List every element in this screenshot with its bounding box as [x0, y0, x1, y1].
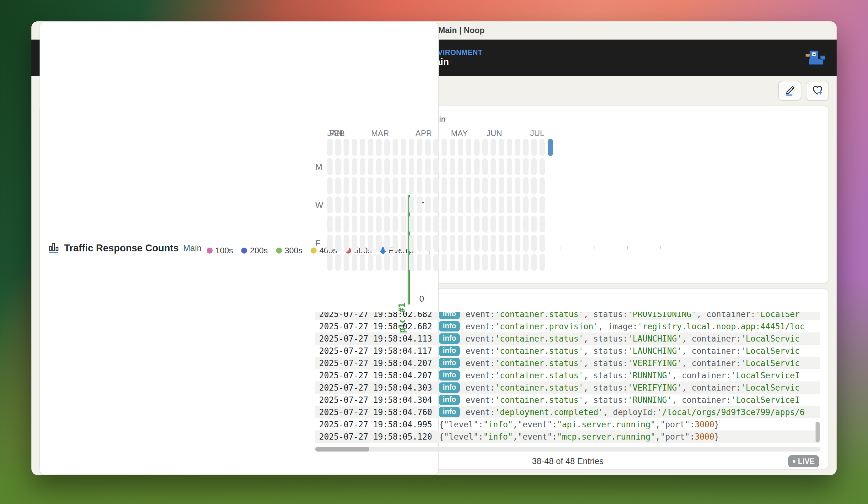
heatmap-cell[interactable]: [343, 235, 349, 252]
heatmap-cell[interactable]: [343, 215, 349, 232]
heatmap-cell[interactable]: [393, 215, 398, 232]
heatmap-cell[interactable]: [507, 139, 512, 156]
heatmap-cell[interactable]: [458, 215, 463, 232]
heatmap-cell[interactable]: [327, 177, 333, 194]
heatmap-cell[interactable]: [352, 235, 357, 252]
heatmap-cell[interactable]: [539, 177, 545, 194]
heatmap-cell[interactable]: [466, 158, 471, 175]
heatmap-cell[interactable]: [474, 177, 479, 194]
heatmap-cell[interactable]: [482, 196, 488, 213]
heatmap-cell[interactable]: [466, 235, 471, 252]
heatmap-cell[interactable]: [327, 254, 333, 271]
heatmap-cell[interactable]: [531, 196, 537, 213]
heatmap-cell[interactable]: [384, 215, 390, 232]
heatmap-cell[interactable]: [376, 196, 382, 213]
heatmap-cell[interactable]: [360, 158, 365, 175]
heatmap-cell[interactable]: [425, 235, 431, 252]
heatmap-cell[interactable]: [352, 254, 357, 271]
heatmap-cell[interactable]: [507, 215, 512, 232]
heatmap-cell[interactable]: [393, 235, 398, 252]
heatmap-cell[interactable]: [442, 196, 447, 213]
heatmap-cell[interactable]: [417, 215, 422, 232]
heatmap-cell[interactable]: [482, 215, 488, 232]
heatmap-cell[interactable]: [433, 254, 439, 271]
heatmap-cell[interactable]: [482, 235, 488, 252]
heatmap-cell[interactable]: [490, 215, 496, 232]
heatmap-cell[interactable]: [417, 177, 422, 194]
heatmap-cell[interactable]: [409, 196, 414, 213]
favorite-button[interactable]: [806, 81, 829, 101]
heatmap-cell[interactable]: [515, 196, 520, 213]
heatmap-cell[interactable]: [466, 254, 471, 271]
heatmap-cell[interactable]: [409, 254, 414, 271]
heatmap-cell[interactable]: [515, 254, 520, 271]
heatmap-cell[interactable]: [409, 139, 414, 156]
heatmap-cell[interactable]: [539, 196, 545, 213]
horizontal-scrollbar-thumb[interactable]: [315, 447, 369, 452]
heatmap-cell[interactable]: [335, 235, 341, 252]
heatmap-cell[interactable]: [450, 139, 455, 156]
heatmap-cell[interactable]: [531, 158, 537, 175]
heatmap-cell[interactable]: [482, 254, 488, 271]
heatmap-cell[interactable]: [327, 215, 333, 232]
heatmap-cell[interactable]: [482, 158, 488, 175]
heatmap-cell[interactable]: [425, 158, 431, 175]
heatmap-cell[interactable]: [425, 215, 431, 232]
heatmap-cell[interactable]: [539, 139, 545, 156]
heatmap-cell[interactable]: [384, 235, 390, 252]
heatmap-cell[interactable]: [490, 196, 496, 213]
heatmap-cell[interactable]: [368, 196, 373, 213]
heatmap-cell[interactable]: [507, 235, 512, 252]
heatmap-cell[interactable]: [531, 177, 537, 194]
heatmap-cell[interactable]: [335, 139, 341, 156]
live-toggle[interactable]: LIVE: [788, 455, 819, 467]
heatmap-cell[interactable]: [482, 139, 488, 156]
heatmap-cell[interactable]: [450, 196, 455, 213]
heatmap-cell[interactable]: [327, 235, 333, 252]
heatmap-cell[interactable]: [409, 235, 414, 252]
heatmap-cell[interactable]: [384, 196, 390, 213]
vertical-scrollbar-thumb[interactable]: [816, 422, 820, 442]
heatmap-cell[interactable]: [523, 196, 528, 213]
heatmap-cell[interactable]: [376, 254, 382, 271]
heatmap-cell[interactable]: [401, 139, 406, 156]
heatmap-cell[interactable]: [376, 177, 382, 194]
heatmap-cell[interactable]: [515, 215, 520, 232]
heatmap-cell[interactable]: [442, 139, 447, 156]
heatmap-cell[interactable]: [425, 139, 431, 156]
heatmap-cell[interactable]: [433, 177, 439, 194]
heatmap-cell[interactable]: [368, 215, 373, 232]
heatmap-cell[interactable]: [442, 235, 447, 252]
heatmap-cell[interactable]: [458, 177, 463, 194]
heatmap-cell[interactable]: [393, 139, 398, 156]
duck-icon[interactable]: [805, 50, 826, 65]
heatmap-cell[interactable]: [499, 196, 504, 213]
heatmap-cell[interactable]: [507, 158, 512, 175]
heatmap-cell[interactable]: [360, 254, 365, 271]
heatmap-cell[interactable]: [539, 254, 545, 271]
heatmap-cell[interactable]: [433, 196, 439, 213]
heatmap-cell[interactable]: [474, 235, 479, 252]
heatmap-cell[interactable]: [531, 235, 537, 252]
heatmap-cell[interactable]: [343, 139, 349, 156]
heatmap-cell[interactable]: [474, 158, 479, 175]
heatmap-cell[interactable]: [450, 235, 455, 252]
heatmap-cell[interactable]: [335, 158, 341, 175]
heatmap-cell[interactable]: [401, 158, 406, 175]
heatmap-cell[interactable]: [384, 177, 390, 194]
log-viewport[interactable]: 2025-07-27 19:58:02.682infoevent: 'conta…: [315, 312, 820, 445]
heatmap-cell[interactable]: [425, 196, 431, 213]
heatmap-cell[interactable]: [384, 158, 390, 175]
heatmap-cell[interactable]: [393, 254, 398, 271]
heatmap-cell[interactable]: [458, 158, 463, 175]
heatmap-cell[interactable]: [352, 177, 357, 194]
heatmap-cell[interactable]: [409, 215, 414, 232]
heatmap-cell[interactable]: [548, 139, 553, 156]
heatmap-cell[interactable]: [539, 158, 545, 175]
heatmap-cell[interactable]: [523, 177, 528, 194]
heatmap-cell[interactable]: [490, 139, 496, 156]
heatmap-cell[interactable]: [409, 158, 414, 175]
heatmap-cell[interactable]: [360, 196, 365, 213]
heatmap-cell[interactable]: [417, 235, 422, 252]
heatmap-cell[interactable]: [401, 235, 406, 252]
